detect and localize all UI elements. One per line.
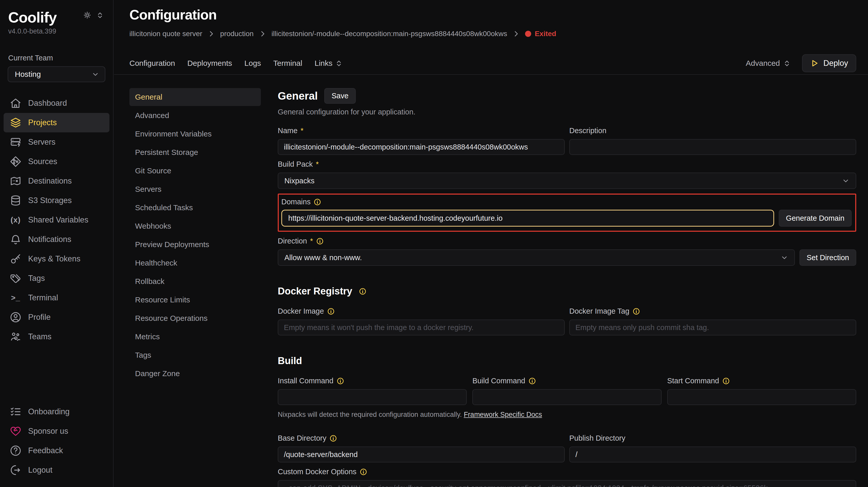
subnav-item-resource-limits[interactable]: Resource Limits (129, 291, 261, 309)
status-dot-icon (525, 31, 531, 37)
subnav-item-general[interactable]: General (129, 88, 261, 106)
start-command-input[interactable] (667, 389, 856, 405)
tab-configuration[interactable]: Configuration (129, 59, 175, 67)
sidebar-nav: Dashboard Projects Servers Sources Desti… (0, 93, 113, 346)
docker-image-tag-input[interactable] (569, 319, 856, 336)
direction-value: Allow www & non-www. (284, 254, 362, 262)
sidebar-item-projects[interactable]: Projects (4, 113, 110, 133)
section-subtitle: General configuration for your applicati… (278, 108, 856, 116)
info-icon (337, 377, 344, 385)
sidebar-item-notifications[interactable]: Notifications (4, 230, 110, 249)
custom-docker-options-input[interactable] (278, 480, 856, 487)
nixpacks-note: Nixpacks will detect the required config… (278, 411, 856, 419)
install-command-input[interactable] (278, 389, 467, 405)
subnav-item-rollback[interactable]: Rollback (129, 273, 261, 290)
breadcrumb-project[interactable]: illicitonion quote server (129, 30, 202, 38)
sidebar-item-sponsor[interactable]: Sponsor us (4, 422, 110, 441)
sidebar-item-servers[interactable]: Servers (4, 133, 110, 152)
subnav-item-resource-operations[interactable]: Resource Operations (129, 309, 261, 327)
settings-subnav: General Advanced Environment Variables P… (129, 88, 261, 487)
sidebar-item-sources[interactable]: Sources (4, 152, 110, 171)
build-command-label: Build Command (472, 377, 525, 385)
bell-icon (10, 233, 22, 245)
sidebar-item-onboarding[interactable]: Onboarding (4, 402, 110, 422)
description-label: Description (569, 126, 607, 135)
sidebar-item-logout[interactable]: Logout (4, 460, 110, 480)
info-icon (360, 468, 367, 476)
docker-image-input[interactable] (278, 319, 565, 336)
advanced-selector[interactable]: Advanced (746, 59, 790, 67)
sidebar-item-teams[interactable]: Teams (4, 327, 110, 346)
info-icon (359, 288, 367, 295)
base-directory-input[interactable] (278, 447, 565, 462)
build-pack-select[interactable]: Nixpacks (278, 173, 856, 189)
subnav-item-persistent-storage[interactable]: Persistent Storage (129, 143, 261, 161)
subnav-item-preview-deployments[interactable]: Preview Deployments (129, 235, 261, 254)
tab-logs[interactable]: Logs (245, 59, 261, 67)
chevron-right-icon (208, 30, 215, 38)
team-select-value: Hosting (15, 70, 41, 79)
name-input[interactable] (278, 139, 565, 155)
build-command-input[interactable] (472, 389, 661, 405)
direction-select[interactable]: Allow www & non-www. (278, 249, 795, 266)
sidebar-item-dashboard[interactable]: Dashboard (4, 93, 110, 113)
app-logo: Coolify (8, 9, 57, 26)
theme-toggle-icon[interactable] (83, 11, 91, 19)
tab-terminal[interactable]: Terminal (273, 59, 302, 67)
sidebar-item-destinations[interactable]: Destinations (4, 171, 110, 191)
sidebar-item-keys-tokens[interactable]: Keys & Tokens (4, 249, 110, 268)
generate-domain-button[interactable]: Generate Domain (779, 210, 851, 227)
breadcrumb-environment[interactable]: production (220, 30, 254, 38)
info-icon (314, 198, 321, 206)
info-icon (722, 377, 730, 385)
sidebar-item-s3-storages[interactable]: S3 Storages (4, 191, 110, 210)
sidebar-item-shared-variables[interactable]: (x) Shared Variables (4, 210, 110, 230)
domains-input[interactable] (281, 210, 774, 227)
variables-icon: (x) (10, 216, 22, 224)
docker-image-label: Docker Image (278, 307, 324, 315)
breadcrumb: illicitonion quote server production ill… (129, 30, 856, 38)
framework-docs-link[interactable]: Framework Specific Docs (464, 411, 542, 419)
domains-highlight-box: Domains Generate Domain (278, 194, 856, 232)
save-button[interactable]: Save (324, 88, 355, 104)
info-icon (528, 377, 536, 385)
chevron-down-icon (842, 177, 849, 184)
publish-directory-input[interactable] (569, 447, 856, 462)
tab-links[interactable]: Links (315, 59, 343, 67)
subnav-item-metrics[interactable]: Metrics (129, 328, 261, 346)
home-icon (10, 97, 22, 109)
team-select[interactable]: Hosting (8, 66, 105, 82)
sidebar-item-terminal[interactable]: >_ Terminal (4, 288, 110, 308)
subnav-item-servers[interactable]: Servers (129, 180, 261, 198)
required-marker: * (301, 126, 303, 135)
layers-icon (10, 117, 22, 128)
subnav-item-advanced[interactable]: Advanced (129, 107, 261, 124)
subnav-item-danger-zone[interactable]: Danger Zone (129, 365, 261, 382)
subnav-item-tags[interactable]: Tags (129, 346, 261, 364)
tab-deployments[interactable]: Deployments (187, 59, 232, 67)
chevron-down-icon (780, 254, 788, 261)
checklist-icon (10, 406, 22, 418)
subnav-item-environment-variables[interactable]: Environment Variables (129, 125, 261, 143)
logout-icon (10, 464, 22, 476)
subnav-item-healthcheck[interactable]: Healthcheck (129, 254, 261, 272)
info-icon (316, 237, 324, 245)
subnav-item-scheduled-tasks[interactable]: Scheduled Tasks (129, 199, 261, 217)
heart-hands-icon (10, 425, 22, 437)
server-icon (10, 136, 22, 148)
status-badge: Exited (525, 30, 556, 38)
git-source-icon (10, 156, 22, 168)
docker-image-tag-label: Docker Image Tag (569, 307, 629, 315)
direction-label: Direction (278, 237, 307, 245)
subnav-item-webhooks[interactable]: Webhooks (129, 217, 261, 235)
subnav-item-git-source[interactable]: Git Source (129, 162, 261, 180)
breadcrumb-application[interactable]: illicitestonion/-module--decomposition:m… (272, 30, 507, 38)
description-input[interactable] (569, 139, 856, 155)
custom-docker-options-label: Custom Docker Options (278, 467, 356, 476)
sidebar-item-profile[interactable]: Profile (4, 308, 110, 327)
deploy-button[interactable]: Deploy (802, 54, 857, 72)
theme-selector-chevrons-icon[interactable] (96, 11, 104, 19)
set-direction-button[interactable]: Set Direction (800, 249, 856, 266)
sidebar-item-feedback[interactable]: Feedback (4, 441, 110, 460)
sidebar-item-tags[interactable]: Tags (4, 268, 110, 288)
